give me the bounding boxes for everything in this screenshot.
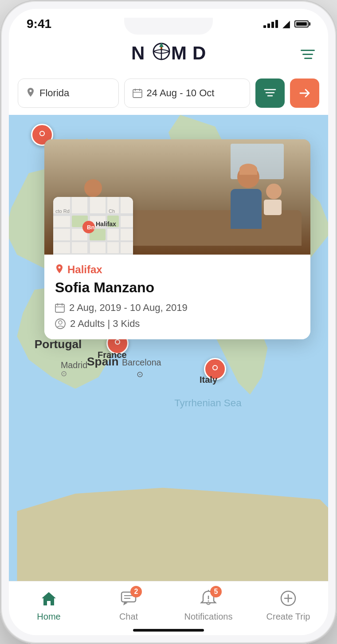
card-calendar-icon (55, 303, 65, 313)
location-pin-icon (26, 88, 35, 98)
card-date-range: 2 Aug, 2019 - 10 Aug, 2019 (55, 302, 300, 314)
battery-icon (294, 20, 310, 27)
svg-point-62 (116, 340, 119, 344)
card-host-name: Sofia Manzano (55, 279, 300, 296)
svg-rect-55 (55, 304, 64, 312)
go-button[interactable] (290, 79, 319, 108)
france-label: France (98, 350, 127, 360)
card-photo: Bn Halifax cto Rd Ch (44, 139, 310, 255)
app-logo: N M D (131, 42, 211, 67)
svg-text:⊙: ⊙ (61, 369, 67, 378)
svg-point-60 (59, 321, 62, 324)
svg-text:Tyrrhenian Sea: Tyrrhenian Sea (174, 397, 242, 408)
nav-label-notifications: Notifications (184, 612, 233, 622)
card-guests-count: 2 Adults | 3 Kids (70, 318, 140, 330)
status-icons: ◢ (263, 18, 310, 30)
svg-text:Portugal: Portugal (35, 338, 82, 351)
screen: 9:41 ◢ (9, 9, 328, 635)
nav-label-home: Home (37, 612, 60, 622)
svg-rect-7 (133, 90, 142, 98)
notifications-badge: 5 (210, 586, 222, 597)
svg-point-70 (208, 601, 209, 602)
card-location-pin-icon (55, 264, 64, 275)
svg-rect-4 (161, 47, 162, 49)
map-card[interactable]: Bn Halifax cto Rd Ch (44, 139, 310, 339)
logo-svg: N M D (131, 42, 211, 63)
bottom-nav: Home 2 Chat (9, 581, 328, 635)
svg-text:N: N (131, 43, 147, 63)
plus-circle-icon (278, 589, 298, 608)
signal-icon (263, 20, 278, 28)
nav-label-chat: Chat (119, 612, 138, 622)
filter-icon (264, 88, 276, 98)
card-dates: 2 Aug, 2019 - 10 Aug, 2019 (69, 302, 188, 314)
svg-text:M: M (171, 43, 189, 63)
svg-point-64 (213, 366, 217, 369)
svg-text:cto Rd: cto Rd (55, 208, 70, 214)
location-input[interactable]: Florida (18, 79, 119, 108)
card-location-name: Halifax (67, 263, 102, 276)
bell-icon: 5 (199, 589, 218, 608)
italy-label: Italy (200, 375, 217, 385)
svg-text:Ch: Ch (109, 208, 115, 214)
chat-icon: 2 (119, 589, 138, 608)
svg-text:Bn: Bn (87, 224, 94, 231)
home-indicator (133, 629, 204, 632)
nav-item-home[interactable]: Home (9, 589, 89, 622)
hamburger-menu-icon[interactable] (301, 50, 315, 59)
notch (124, 18, 213, 35)
svg-text:⊙: ⊙ (137, 369, 143, 379)
status-time: 9:41 (27, 17, 51, 31)
svg-text:Barcelona: Barcelona (122, 357, 161, 367)
date-range-value: 24 Aug - 10 Oct (147, 87, 215, 99)
svg-text:Halifax: Halifax (96, 220, 116, 228)
mini-map: Bn Halifax cto Rd Ch (53, 197, 133, 255)
nav-item-chat[interactable]: 2 Chat (89, 589, 168, 622)
svg-text:Madrid: Madrid (61, 360, 87, 370)
map-area: Baltic S France ● Paris Italy ⊙Rome Port… (9, 115, 328, 581)
date-input[interactable]: 24 Aug - 10 Oct (124, 79, 250, 108)
wifi-icon: ◢ (282, 18, 290, 30)
nav-item-notifications[interactable]: 5 Notifications (168, 589, 248, 622)
app-header: N M D (9, 35, 328, 74)
calendar-icon (133, 88, 142, 98)
location-value: Florida (39, 87, 69, 99)
card-info: Halifax Sofia Manzano 2 Aug, 2019 - 10 A… (44, 255, 310, 339)
arrow-right-icon (298, 88, 311, 98)
card-guests-icon (55, 318, 66, 329)
search-area: Florida 24 Aug - 10 Oct (9, 74, 328, 115)
nav-item-create-trip[interactable]: Create Trip (248, 589, 328, 622)
card-location: Halifax (55, 263, 300, 276)
home-icon (39, 589, 59, 608)
card-guests: 2 Adults | 3 Kids (55, 318, 300, 330)
phone-frame: 9:41 ◢ (0, 0, 337, 644)
chat-badge: 2 (130, 586, 142, 597)
svg-text:D: D (192, 43, 208, 63)
nav-label-create-trip: Create Trip (266, 612, 310, 622)
svg-point-37 (40, 132, 44, 135)
filter-button[interactable] (255, 79, 285, 108)
